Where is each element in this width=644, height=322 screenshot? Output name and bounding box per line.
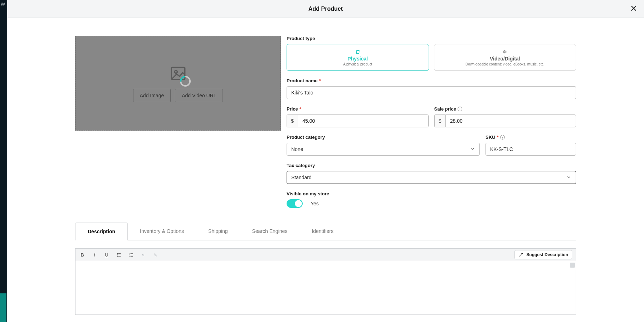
close-button[interactable] — [628, 3, 639, 14]
product-name-input[interactable] — [287, 86, 576, 99]
background-left-letter: W — [1, 1, 5, 7]
bold-button[interactable]: B — [79, 252, 86, 258]
product-type-physical-sub: A physical product — [343, 62, 372, 66]
info-icon[interactable]: i — [458, 107, 462, 111]
svg-point-4 — [117, 256, 117, 256]
product-type-field: Product type Physical A physical product — [287, 36, 576, 71]
magic-wand-icon — [518, 252, 523, 257]
price-input[interactable] — [298, 114, 428, 127]
content-wrap: Add Image Add Video URL Product type — [75, 18, 576, 315]
tab-identifiers[interactable]: Identifiers — [299, 223, 346, 240]
price-row: Price * $ Sale price i — [287, 106, 576, 127]
product-type-digital-title: Video/Digital — [490, 56, 520, 62]
suggest-description-button[interactable]: Suggest Description — [514, 250, 572, 259]
sale-price-input[interactable] — [445, 114, 576, 127]
required-mark: * — [319, 78, 321, 83]
scroll-thumb[interactable] — [570, 263, 575, 268]
visible-label: Visible on my store — [287, 191, 576, 196]
chevron-down-icon — [566, 175, 571, 181]
price-label: Price * — [287, 106, 429, 112]
form-column: Product type Physical A physical product — [287, 36, 576, 208]
tab-shipping[interactable]: Shipping — [196, 223, 240, 240]
tab-description[interactable]: Description — [75, 223, 128, 240]
product-category-field: Product category None — [287, 135, 480, 156]
product-tabs: Description Inventory & Options Shipping… — [75, 222, 576, 240]
bullet-list-button[interactable] — [116, 252, 122, 258]
product-category-select[interactable]: None — [287, 143, 480, 156]
price-label-text: Price — [287, 106, 298, 112]
tax-category-label: Tax category — [287, 163, 576, 168]
suggest-description-label: Suggest Description — [526, 252, 568, 257]
svg-text:3: 3 — [129, 255, 130, 257]
sku-label: SKU * i — [486, 135, 576, 140]
unlink-button[interactable] — [152, 252, 158, 258]
numbered-list-button[interactable]: 123 — [128, 252, 134, 258]
product-type-physical-card[interactable]: Physical A physical product — [287, 44, 429, 71]
image-placeholder-icon — [169, 64, 187, 82]
product-type-label: Product type — [287, 36, 576, 41]
upload-button-row: Add Image Add Video URL — [133, 89, 223, 102]
sale-price-label: Sale price i — [434, 106, 576, 112]
visible-value-text: Yes — [311, 201, 319, 206]
currency-symbol: $ — [434, 114, 445, 127]
sku-label-text: SKU — [486, 135, 495, 140]
visible-field: Visible on my store Yes — [287, 191, 576, 208]
toggle-knob — [295, 200, 302, 207]
editor-toolbar: B I U 123 — [75, 248, 576, 261]
product-type-physical-title: Physical — [347, 56, 368, 62]
link-button[interactable] — [140, 252, 146, 258]
svg-point-1 — [175, 70, 177, 73]
add-product-modal: Add Product Add Image — [7, 0, 644, 322]
tab-inventory-options[interactable]: Inventory & Options — [128, 223, 196, 240]
bag-icon — [355, 49, 361, 54]
modal-header: Add Product — [7, 0, 644, 18]
add-image-button[interactable]: Add Image — [133, 89, 171, 102]
image-upload-area[interactable]: Add Image Add Video URL — [75, 36, 281, 131]
product-type-digital-sub: Downloadable content: video, eBooks, mus… — [465, 62, 545, 66]
tax-category-select[interactable]: Standard — [287, 171, 576, 184]
description-editor[interactable] — [75, 261, 576, 315]
sku-field: SKU * i — [486, 135, 576, 156]
background-dark-strip — [0, 0, 7, 322]
close-icon — [630, 4, 638, 12]
cloud-download-icon — [502, 49, 508, 54]
info-icon[interactable]: i — [500, 135, 505, 140]
sale-price-field: Sale price i $ — [434, 106, 576, 127]
sale-price-label-text: Sale price — [434, 106, 456, 112]
background-accent — [0, 293, 6, 322]
italic-button[interactable]: I — [91, 252, 98, 258]
price-field: Price * $ — [287, 106, 429, 127]
modal-title: Add Product — [308, 6, 343, 12]
required-mark: * — [497, 135, 498, 140]
tax-category-value: Standard — [291, 175, 312, 180]
tax-category-field: Tax category Standard — [287, 163, 576, 184]
svg-point-2 — [117, 253, 117, 254]
chevron-down-icon — [470, 146, 475, 152]
product-category-value: None — [291, 146, 303, 152]
product-name-label-text: Product name — [287, 78, 318, 83]
svg-point-3 — [117, 254, 117, 255]
category-row: Product category None SKU * — [287, 135, 576, 156]
top-row: Add Image Add Video URL Product type — [75, 36, 576, 208]
sku-input[interactable] — [486, 143, 576, 156]
add-video-url-button[interactable]: Add Video URL — [175, 89, 223, 102]
currency-symbol: $ — [287, 114, 298, 127]
required-mark: * — [299, 106, 301, 112]
visible-toggle[interactable] — [287, 199, 303, 208]
product-category-label: Product category — [287, 135, 480, 140]
underline-button[interactable]: U — [103, 252, 110, 258]
product-type-digital-card[interactable]: Video/Digital Downloadable content: vide… — [434, 44, 576, 71]
product-name-field: Product name * — [287, 78, 576, 99]
tab-search-engines[interactable]: Search Engines — [240, 223, 299, 240]
modal-body: Add Image Add Video URL Product type — [7, 18, 644, 322]
product-name-label: Product name * — [287, 78, 576, 83]
